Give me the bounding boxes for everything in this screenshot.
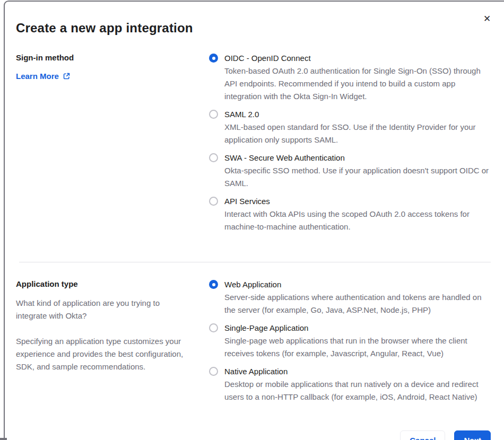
apptype-option-native[interactable]: Native Application Desktop or mobile app…: [209, 365, 491, 403]
section-divider: [19, 262, 491, 262]
radio-option-description: Single-page web applications that run in…: [224, 335, 491, 360]
learn-more-label: Learn More: [16, 72, 59, 81]
radio-option-label: Single-Page Application: [224, 322, 491, 334]
radio-selected-icon[interactable]: [209, 54, 218, 63]
dialog-footer: Cancel Next: [16, 430, 491, 440]
radio-option-description: Server-side applications where authentic…: [224, 291, 491, 316]
radio-option-label: OIDC - OpenID Connect: [224, 52, 491, 64]
signin-option-api-services[interactable]: API Services Interact with Okta APIs usi…: [209, 195, 491, 233]
radio-unselected-icon[interactable]: [209, 110, 218, 119]
radio-option-label: SAML 2.0: [224, 108, 491, 120]
radio-option-description: Desktop or mobile applications that run …: [224, 378, 491, 403]
radio-option-description: Interact with Okta APIs using the scoped…: [224, 208, 491, 233]
radio-option-label: SWA - Secure Web Authentication: [224, 152, 491, 164]
backdrop-edge: [0, 438, 7, 440]
cancel-button[interactable]: Cancel: [400, 430, 445, 440]
apptype-option-spa[interactable]: Single-Page Application Single-page web …: [209, 322, 491, 360]
application-type-question: What kind of application are you trying …: [16, 297, 188, 322]
radio-option-description: XML-based open standard for SSO. Use if …: [224, 121, 491, 146]
external-link-icon: [63, 72, 71, 80]
signin-option-swa[interactable]: SWA - Secure Web Authentication Okta-spe…: [209, 152, 491, 190]
radio-option-label: Web Application: [224, 278, 491, 291]
application-type-label: Application type: [16, 278, 188, 290]
radio-option-description: Okta-specific SSO method. Use if your ap…: [224, 164, 491, 190]
radio-option-label: Native Application: [224, 365, 491, 377]
radio-option-label: API Services: [224, 195, 491, 207]
learn-more-link[interactable]: Learn More: [16, 72, 71, 81]
create-app-integration-dialog: ✕ Create a new app integration Sign-in m…: [4, 1, 504, 438]
next-button[interactable]: Next: [454, 430, 491, 440]
radio-selected-icon[interactable]: [209, 280, 218, 289]
signin-method-section: Sign-in method Learn More OIDC - OpenID …: [16, 52, 491, 239]
radio-option-description: Token-based OAuth 2.0 authentication for…: [224, 65, 491, 103]
signin-option-oidc[interactable]: OIDC - OpenID Connect Token-based OAuth …: [209, 52, 491, 103]
apptype-option-web[interactable]: Web Application Server-side applications…: [209, 278, 491, 316]
radio-unselected-icon[interactable]: [209, 153, 218, 162]
radio-unselected-icon[interactable]: [209, 197, 218, 206]
radio-unselected-icon[interactable]: [209, 323, 218, 332]
signin-option-saml[interactable]: SAML 2.0 XML-based open standard for SSO…: [209, 108, 491, 146]
radio-unselected-icon[interactable]: [209, 367, 218, 376]
application-type-section: Application type What kind of applicatio…: [16, 278, 491, 409]
close-icon[interactable]: ✕: [481, 12, 493, 25]
signin-method-label: Sign-in method: [16, 52, 188, 64]
dialog-title: Create a new app integration: [16, 2, 491, 36]
application-type-explainer: Specifying an application type customize…: [16, 335, 188, 373]
